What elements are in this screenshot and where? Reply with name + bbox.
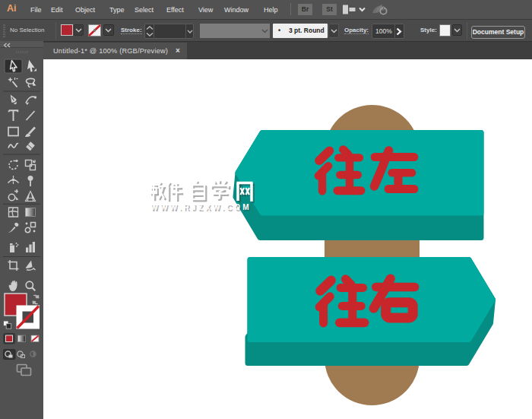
- svg-text:WWW.RJZXW.COM: WWW.RJZXW.COM: [150, 203, 252, 211]
